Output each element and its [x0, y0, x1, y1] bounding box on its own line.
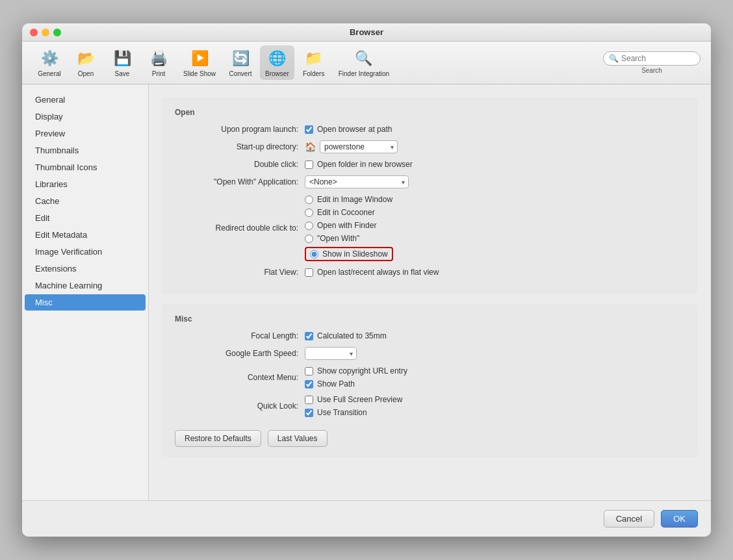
redirect-row: Redirect double click to: Edit in Image … [175, 195, 685, 261]
restore-defaults-button[interactable]: Restore to Defaults [175, 430, 261, 447]
redirect-radio-cocooner[interactable] [305, 209, 313, 217]
print-icon: 🖨️ [148, 48, 169, 69]
double-click-row: Double click: Open folder in new browser [175, 160, 685, 169]
sidebar-item-edit[interactable]: Edit [25, 210, 146, 226]
cancel-button[interactable]: Cancel [604, 510, 654, 528]
home-icon: 🏠 [305, 142, 316, 152]
open-with-control: <None> [305, 175, 409, 188]
minimize-button[interactable] [42, 29, 49, 36]
bottom-bar: Cancel OK [22, 500, 711, 537]
quick-look-fullscreen-checkbox[interactable] [305, 396, 313, 404]
sidebar-item-preview[interactable]: Preview [25, 125, 146, 142]
search-box[interactable]: 🔍 [603, 51, 701, 66]
startup-dir-row: Start-up directory: 🏠 powerstone [175, 140, 685, 153]
redirect-control: Edit in Image Window Edit in Cocooner Op… [305, 195, 393, 261]
context-path-checkbox[interactable] [305, 380, 313, 388]
double-click-checkbox[interactable] [305, 160, 313, 169]
open-section-title: Open [175, 108, 685, 117]
last-values-button[interactable]: Last Values [268, 430, 328, 447]
toolbar-item-browser[interactable]: 🌐 Browser [260, 45, 294, 80]
toolbar-label-save: Save [115, 70, 130, 77]
focal-length-row: Focal Length: Calculated to 35mm [175, 331, 685, 340]
google-earth-select-wrapper [305, 347, 357, 360]
sidebar-item-image-verification[interactable]: Image Verification [25, 244, 146, 260]
open-with-select-wrapper: <None> [305, 175, 409, 188]
google-earth-control [305, 347, 357, 360]
upon-launch-checkbox[interactable] [305, 125, 313, 134]
toolbar-item-save[interactable]: 💾 Save [105, 45, 139, 80]
upon-launch-text: Open browser at path [317, 125, 392, 134]
flat-view-checkbox[interactable] [305, 268, 313, 277]
redirect-radio-finder[interactable] [305, 222, 313, 230]
redirect-radio-open-with[interactable] [305, 235, 313, 243]
sidebar-item-misc[interactable]: Misc [25, 294, 146, 311]
open-with-row: "Open With" Application: <None> [175, 175, 685, 188]
focal-length-text: Calculated to 35mm [317, 331, 387, 340]
sidebar-item-machine-learning[interactable]: Machine Learning [25, 277, 146, 294]
redirect-radio-slideshow[interactable] [310, 250, 318, 259]
open-with-label: "Open With" Application: [175, 177, 305, 186]
context-path-row: Show Path [305, 379, 407, 388]
toolbar: ⚙️ General 📂 Open 💾 Save 🖨️ Print ▶️ Sli… [22, 42, 711, 84]
double-click-label: Double click: [175, 160, 305, 169]
context-copyright-checkbox[interactable] [305, 367, 313, 375]
slideshow-icon: ▶️ [189, 48, 210, 69]
sidebar-item-extensions[interactable]: Extensions [25, 261, 146, 277]
upon-launch-row: Upon program launch: Open browser at pat… [175, 125, 685, 134]
titlebar: Browser [22, 23, 711, 42]
main-window: Browser ⚙️ General 📂 Open 💾 Save 🖨️ Prin… [22, 23, 711, 537]
redirect-label: Redirect double click to: [175, 223, 305, 233]
sidebar-item-display[interactable]: Display [25, 108, 146, 125]
flat-view-row: Flat View: Open last/recent always in fl… [175, 268, 685, 277]
sidebar-item-libraries[interactable]: Libraries [25, 176, 146, 192]
sidebar-item-edit-metadata[interactable]: Edit Metadata [25, 227, 146, 243]
toolbar-item-general[interactable]: ⚙️ General [32, 45, 66, 80]
sidebar-item-cache[interactable]: Cache [25, 193, 146, 209]
toolbar-item-convert[interactable]: 🔄 Convert [224, 45, 257, 80]
misc-section-title: Misc [175, 314, 685, 324]
maximize-button[interactable] [53, 29, 61, 36]
toolbar-item-open[interactable]: 📂 Open [69, 45, 103, 80]
toolbar-item-folders[interactable]: 📁 Folders [297, 45, 331, 80]
flat-view-label: Flat View: [175, 268, 305, 277]
open-icon: 📂 [75, 48, 96, 69]
quick-look-transition-row: Use Transition [305, 408, 402, 417]
google-earth-select[interactable] [305, 347, 357, 360]
toolbar-item-finder[interactable]: 🔍 Finder Integration [333, 45, 394, 80]
context-menu-control: Show copyright URL entry Show Path [305, 366, 407, 388]
context-copyright-row: Show copyright URL entry [305, 366, 407, 375]
sidebar-item-thumbnails[interactable]: Thumbnails [25, 142, 146, 159]
toolbar-label-convert: Convert [229, 70, 252, 77]
redirect-radio-image-window[interactable] [305, 196, 313, 204]
focal-length-label: Focal Length: [175, 331, 305, 340]
convert-icon: 🔄 [230, 48, 251, 69]
startup-dir-select[interactable]: powerstone [320, 140, 398, 153]
quick-look-fullscreen-text: Use Full Screen Preview [317, 395, 402, 404]
toolbar-label-folders: Folders [303, 70, 324, 77]
redirect-finder: Open with Finder [305, 221, 393, 230]
redirect-label-finder: Open with Finder [317, 221, 376, 230]
quick-look-fullscreen-row: Use Full Screen Preview [305, 395, 402, 404]
sidebar-item-general[interactable]: General [25, 92, 146, 108]
open-with-select[interactable]: <None> [305, 175, 409, 188]
save-icon: 💾 [112, 48, 133, 69]
sidebar-item-thumbnail-icons[interactable]: Thumbnail Icons [25, 159, 146, 175]
toolbar-label-slideshow: Slide Show [183, 70, 216, 77]
search-input[interactable] [621, 54, 695, 63]
quick-look-label: Quick Look: [175, 401, 305, 411]
toolbar-item-slideshow[interactable]: ▶️ Slide Show [178, 45, 221, 80]
redirect-label-slideshow: Show in Slideshow [322, 249, 388, 259]
search-icon: 🔍 [609, 54, 619, 63]
finder-icon: 🔍 [354, 48, 374, 69]
focal-length-checkbox[interactable] [305, 332, 313, 340]
quick-look-control: Use Full Screen Preview Use Transition [305, 395, 402, 417]
redirect-label-open-with: "Open With" [317, 234, 359, 243]
toolbar-item-print[interactable]: 🖨️ Print [142, 45, 175, 80]
quick-look-transition-checkbox[interactable] [305, 409, 313, 417]
close-button[interactable] [30, 29, 38, 36]
ok-button[interactable]: OK [661, 510, 698, 528]
search-area: 🔍 Search [603, 51, 701, 74]
context-menu-group: Show copyright URL entry Show Path [305, 366, 407, 388]
folders-icon: 📁 [303, 48, 324, 69]
toolbar-label-general: General [38, 70, 61, 77]
